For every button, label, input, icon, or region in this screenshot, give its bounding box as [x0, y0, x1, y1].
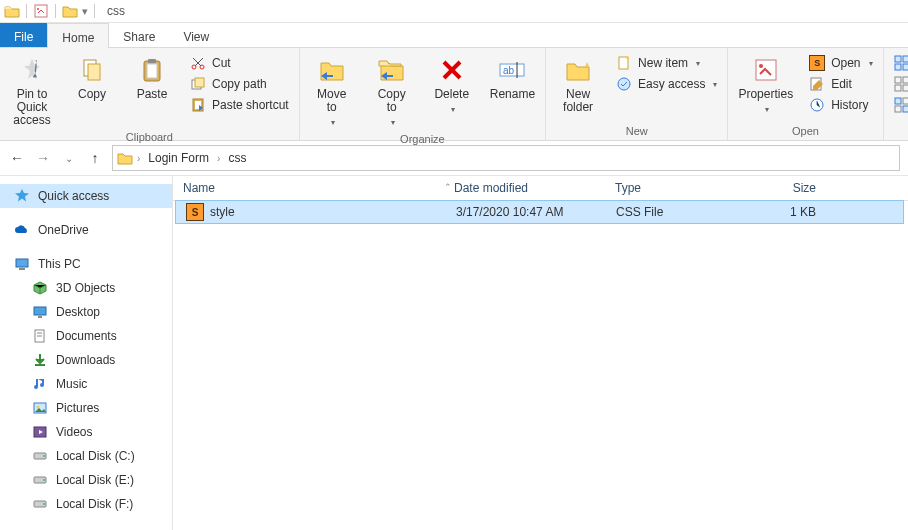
nav-onedrive[interactable]: OneDrive: [0, 218, 172, 242]
history-button[interactable]: History: [805, 96, 876, 114]
nav-this-pc[interactable]: This PC: [0, 252, 172, 276]
rename-icon: ab: [496, 54, 528, 86]
disk-icon: [32, 472, 48, 488]
qat-dropdown-icon[interactable]: ▾: [82, 5, 88, 18]
nav-desktop[interactable]: Desktop: [0, 300, 172, 324]
svg-rect-33: [903, 106, 909, 112]
copy-label: Copy: [78, 88, 106, 101]
downloads-icon: [32, 352, 48, 368]
copy-to-button[interactable]: Copy to▾: [366, 52, 418, 131]
breadcrumb-item[interactable]: css: [224, 149, 250, 167]
copy-button[interactable]: Copy: [66, 52, 118, 103]
copy-path-button[interactable]: Copy path: [186, 75, 293, 93]
delete-button[interactable]: Delete▾: [426, 52, 478, 118]
invert-selection-button[interactable]: Invert selection: [890, 96, 909, 114]
svg-rect-6: [148, 59, 156, 63]
window-title: css: [107, 4, 125, 18]
paste-shortcut-button[interactable]: Paste shortcut: [186, 96, 293, 114]
svg-rect-30: [895, 98, 901, 104]
recent-dropdown[interactable]: ⌄: [60, 153, 78, 164]
qat-separator: [26, 4, 27, 18]
address-bar[interactable]: › Login Form › css: [112, 145, 900, 171]
group-new: New folder New item▾ Easy access▾ New: [546, 48, 728, 140]
svg-rect-5: [147, 64, 157, 78]
rename-button[interactable]: ab Rename: [486, 52, 539, 103]
svg-rect-26: [895, 77, 901, 83]
file-row[interactable]: S style 3/17/2020 10:47 AM CSS File 1 KB: [175, 200, 904, 224]
svg-rect-25: [903, 64, 909, 70]
chevron-down-icon: ▾: [713, 80, 717, 89]
col-name[interactable]: Name: [173, 181, 444, 195]
nav-music[interactable]: Music: [0, 372, 172, 396]
col-type[interactable]: Type: [605, 181, 736, 195]
paste-shortcut-icon: [190, 97, 206, 113]
back-button[interactable]: ←: [8, 150, 26, 166]
nav-disk-e[interactable]: Local Disk (E:): [0, 468, 172, 492]
star-icon: [14, 188, 30, 204]
nav-quick-access[interactable]: Quick access: [0, 184, 172, 208]
move-to-button[interactable]: Move to▾: [306, 52, 358, 131]
group-select: Select all Select none Invert selection …: [884, 48, 909, 140]
group-label: Open: [792, 123, 819, 140]
nav-disk-c[interactable]: Local Disk (C:): [0, 444, 172, 468]
chevron-down-icon: ▾: [331, 116, 335, 129]
svg-rect-0: [35, 5, 47, 17]
move-to-icon: [316, 54, 348, 86]
svg-point-19: [759, 64, 763, 68]
easy-access-icon: [616, 76, 632, 92]
nav-pictures[interactable]: Pictures: [0, 396, 172, 420]
svg-rect-37: [38, 316, 42, 318]
new-folder-button[interactable]: New folder: [552, 52, 604, 116]
qat-properties-icon[interactable]: [33, 3, 49, 19]
nav-3d-objects[interactable]: 3D Objects: [0, 276, 172, 300]
properties-icon: [750, 54, 782, 86]
svg-rect-32: [895, 106, 901, 112]
videos-icon: [32, 424, 48, 440]
edit-button[interactable]: Edit: [805, 75, 876, 93]
paste-button[interactable]: Paste: [126, 52, 178, 103]
tab-file[interactable]: File: [0, 23, 47, 47]
tab-home[interactable]: Home: [47, 23, 109, 48]
group-label: Clipboard: [126, 129, 173, 146]
easy-access-button[interactable]: Easy access▾: [612, 75, 721, 93]
svg-point-46: [43, 455, 45, 457]
nav-disk-f[interactable]: Local Disk (F:): [0, 492, 172, 516]
select-none-button[interactable]: Select none: [890, 75, 909, 93]
folder-icon: [117, 151, 133, 165]
svg-rect-29: [903, 85, 909, 91]
svg-rect-3: [88, 64, 100, 80]
column-headers: Name ⌃ Date modified Type Size: [173, 176, 908, 201]
tab-view[interactable]: View: [169, 23, 223, 47]
col-date[interactable]: Date modified: [444, 181, 605, 195]
chevron-right-icon[interactable]: ›: [215, 153, 222, 164]
pc-icon: [14, 256, 30, 272]
chevron-down-icon: ▾: [391, 116, 395, 129]
file-date: 3/17/2020 10:47 AM: [446, 205, 606, 219]
select-none-icon: [894, 76, 909, 92]
new-item-button[interactable]: New item▾: [612, 54, 721, 72]
delete-icon: [436, 54, 468, 86]
svg-point-17: [618, 78, 630, 90]
select-all-button[interactable]: Select all: [890, 54, 909, 72]
chevron-down-icon: ▾: [765, 103, 769, 116]
pin-to-quick-access-button[interactable]: Pin to Quick access: [6, 52, 58, 129]
nav-videos[interactable]: Videos: [0, 420, 172, 444]
open-button[interactable]: S Open▾: [805, 54, 876, 72]
forward-button[interactable]: →: [34, 150, 52, 166]
up-button[interactable]: ↑: [86, 150, 104, 166]
breadcrumb-item[interactable]: Login Form: [144, 149, 213, 167]
disk-icon: [32, 448, 48, 464]
documents-icon: [32, 328, 48, 344]
properties-button[interactable]: Properties▾: [734, 52, 797, 118]
file-type: CSS File: [606, 205, 736, 219]
pin-icon: [16, 54, 48, 86]
svg-rect-22: [895, 56, 901, 62]
svg-rect-28: [895, 85, 901, 91]
cut-button[interactable]: Cut: [186, 54, 293, 72]
nav-downloads[interactable]: Downloads: [0, 348, 172, 372]
chevron-right-icon[interactable]: ›: [135, 153, 142, 164]
copy-to-icon: [376, 54, 408, 86]
tab-share[interactable]: Share: [109, 23, 169, 47]
col-size[interactable]: Size: [736, 181, 827, 195]
nav-documents[interactable]: Documents: [0, 324, 172, 348]
